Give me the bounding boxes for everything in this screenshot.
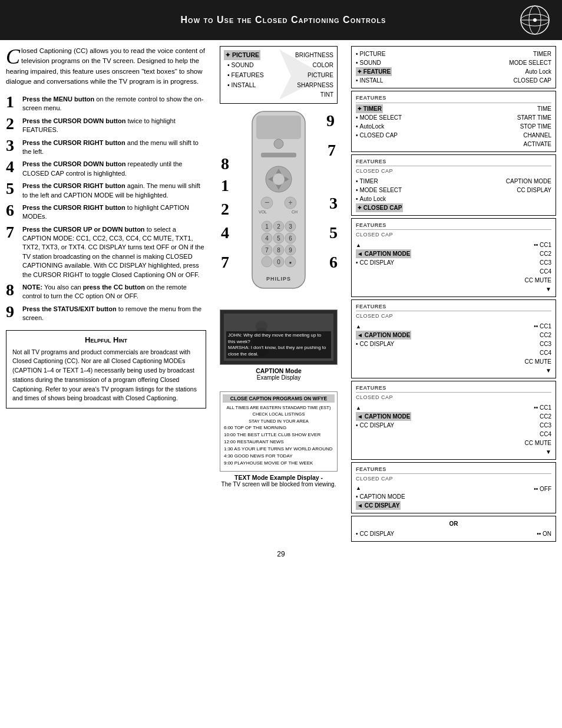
timer-highlight: ✦ TIMER: [356, 104, 383, 113]
cm2-cc-mute: CC MUTE: [524, 357, 551, 366]
cm1-cc-display: CC DISPLAY: [356, 258, 524, 267]
cm3-cc2: CC2: [524, 412, 551, 421]
cm3-cc-mute: CC MUTE: [524, 439, 551, 447]
svg-point-4: [533, 18, 537, 22]
cc-off-cc-display: ◄ CC DISPLAY: [356, 501, 401, 510]
cc-off-value: •• OFF: [534, 485, 551, 493]
step-number-4: 4: [6, 159, 19, 175]
step-text-7: Press the CURSOR UP or DOWN button to se…: [22, 224, 206, 279]
cm2-cc4: CC4: [524, 348, 551, 357]
step-9: 9 Press the STATUS/EXIT button to remove…: [6, 304, 206, 323]
cm1-arrow-down: ▼: [524, 285, 551, 294]
features-cc-title: FEATURES: [356, 158, 551, 167]
left-column: C losed Captioning (CC) allows you to re…: [6, 46, 206, 542]
timer-activate: ACTIVATE: [524, 140, 551, 149]
text-mode-line2: CHECK LOCAL LISTINGS: [224, 411, 333, 417]
cm3-cc3: CC3: [524, 421, 551, 430]
svg-text:+: +: [288, 199, 292, 207]
step-text-8: NOTE: You also can press the CC button o…: [22, 282, 206, 301]
cm3-cc1: •• CC1: [524, 403, 551, 412]
cm3-title: FEATURES: [356, 384, 551, 393]
cm2-arrow-down: ▼: [524, 366, 551, 375]
cm2-caption-mode: ◄ CAPTION MODE: [356, 331, 411, 340]
text-mode-label: TEXT Mode Example Display -: [220, 474, 338, 481]
svg-text:0: 0: [277, 259, 280, 265]
step-text-1: Press the MENU button on the remote cont…: [22, 94, 206, 113]
step-number-7: 7: [6, 224, 19, 241]
cc-mode-select: MODE SELECT: [356, 186, 402, 195]
text-mode-prog6: 9:00 PLAYHOUSE MOVIE OF THE WEEK: [224, 460, 333, 467]
text-mode-prog1: 6:00 TOP OF THE MORNING: [224, 424, 333, 431]
menu-box-main: PICTURE TIMER SOUND MODE SELECT ✦ FEATUR…: [351, 46, 556, 88]
hint-title: Helpful Hint: [12, 335, 200, 344]
step-number-5: 5: [6, 180, 19, 197]
middle-column: ✦ PICTURE BRIGHTNESS • SOUND COLOR • FEA…: [211, 46, 346, 542]
svg-text:7: 7: [265, 247, 269, 253]
svg-text:−: −: [265, 197, 269, 207]
cc-off-up: ▲: [356, 485, 405, 493]
main-sound: SOUND: [356, 58, 381, 67]
step-5: 5 Press the CURSOR RIGHT button again. T…: [6, 180, 206, 200]
caption-mode-sublabel: Example Display: [220, 374, 338, 381]
svg-text:CH: CH: [292, 210, 297, 214]
svg-rect-9: [261, 153, 296, 157]
step-number-8: 8: [6, 282, 19, 298]
text-mode-sublabel: The TV screen will be blocked from viewi…: [220, 481, 338, 487]
cc-off-caption-mode: CAPTION MODE: [356, 492, 405, 501]
svg-text:3: 3: [289, 223, 292, 230]
drop-cap: C: [6, 48, 20, 65]
cm1-cc2: CC2: [524, 249, 551, 258]
cm2-cc1: •• CC1: [524, 322, 551, 331]
svg-text:9: 9: [289, 247, 292, 253]
cc-closed-cap-highlight: ✦ CLOSED CAP: [356, 203, 403, 212]
step-text-6: Press the CURSOR RIGHT button to highlig…: [22, 202, 206, 222]
menu-box-features-timer: FEATURES ✦ TIMER TIME MODE SELECT START …: [351, 91, 556, 152]
svg-text:●: ●: [289, 260, 292, 265]
cm2-cc3: CC3: [524, 340, 551, 348]
text-mode-prog2: 10:00 THE BEST LITTLE CLUB SHOW EVER: [224, 431, 333, 439]
step-6: 6 Press the CURSOR RIGHT button to highl…: [6, 202, 206, 222]
text-mode-container: CLOSE CAPTION PROGRAMS ON WFYE ALL TIMES…: [220, 389, 338, 487]
cm1-cc4: CC4: [524, 267, 551, 276]
svg-text:VOL: VOL: [259, 210, 267, 214]
cc-off-subtitle: CLOSED CAP: [356, 475, 551, 483]
timer-closed-cap: CLOSED CAP: [356, 131, 398, 140]
cm3-arrow-down: ▼: [524, 447, 551, 456]
svg-rect-7: [256, 116, 301, 139]
intro-body: losed Captioning (CC) allows you to read…: [6, 47, 205, 85]
timer-time: TIME: [537, 104, 551, 113]
svg-point-47: [256, 321, 267, 332]
main-closed-cap: CLOSED CAP: [514, 76, 551, 85]
features-cc-subtitle: CLOSED CAP: [356, 167, 551, 176]
text-mode-line1: ALL TIMES ARE EASTERN STANDARD TIME (EST…: [224, 404, 333, 411]
text-mode-line3: STAY TUNED IN YOUR AREA: [224, 418, 333, 424]
menu-init-highlight: ✦ PICTURE: [224, 50, 260, 60]
menu-box-features-cc: FEATURES CLOSED CAP TIMER CAPTION MODE M…: [351, 154, 556, 216]
step-8: 8 NOTE: You also can press the CC button…: [6, 282, 206, 301]
svg-text:1: 1: [265, 223, 269, 230]
menu-init-right4: SHARPNESS: [297, 81, 333, 90]
svg-text:2: 2: [277, 223, 280, 230]
step-text-5: Press the CURSOR RIGHT button again. The…: [22, 180, 206, 200]
timer-channel: CHANNEL: [523, 131, 551, 140]
cc-timer: TIMER: [356, 177, 378, 186]
hint-text: Not all TV programs and product commerci…: [12, 348, 200, 404]
step-text-4: Press the CURSOR DOWN button repeatedly …: [22, 159, 206, 178]
page-number: 29: [0, 545, 562, 563]
cm1-subtitle: CLOSED CAP: [356, 231, 551, 239]
main-auto-lock: Auto Lock: [525, 67, 551, 76]
step-4: 4 Press the CURSOR DOWN button repeatedl…: [6, 159, 206, 178]
menu-diagram-initial: ✦ PICTURE BRIGHTNESS • SOUND COLOR • FEA…: [220, 46, 338, 104]
step-text-9: Press the STATUS/EXIT button to remove t…: [22, 304, 206, 323]
menu-box-cc-display-on: OR CC DISPLAY •• ON: [351, 516, 556, 542]
text-mode-header: CLOSE CAPTION PROGRAMS ON WFYE: [223, 394, 335, 403]
caption-scene: JOHN: Why did they move the meeting up t…: [224, 314, 333, 361]
menu-box-caption-mode-3: FEATURES CLOSED CAP ▲ ◄ CAPTION MODE CC …: [351, 381, 556, 460]
step-text-3: Press the CURSOR RIGHT button and the me…: [22, 137, 206, 157]
svg-point-15: [273, 173, 285, 185]
text-mode-prog5: 4:30 GOOD NEWS FOR TODAY: [224, 453, 333, 460]
menu-init-right1: BRIGHTNESS: [295, 51, 333, 60]
cc-caption-mode: CAPTION MODE: [506, 177, 551, 186]
cc-cc-display: CC DISPLAY: [517, 186, 551, 195]
cc-off-title: FEATURES: [356, 466, 551, 475]
